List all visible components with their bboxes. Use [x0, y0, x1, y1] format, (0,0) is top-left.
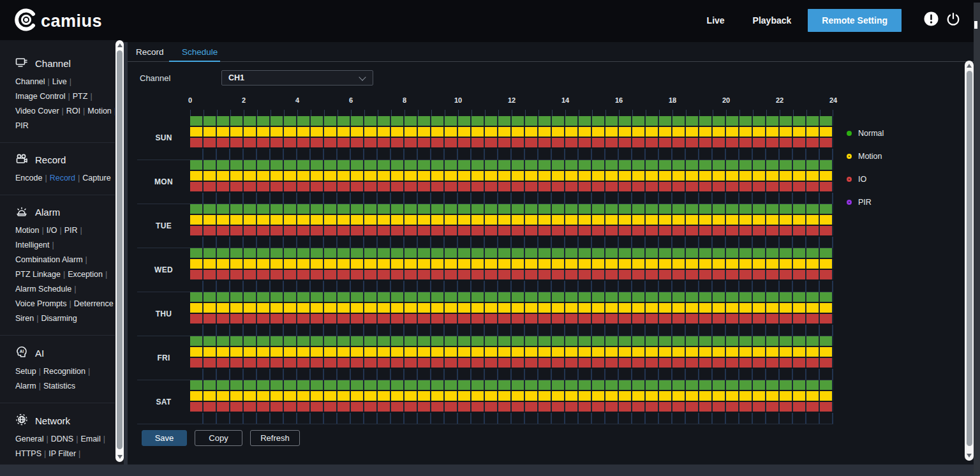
sidebar-item-statistics[interactable]: Statistics: [43, 382, 75, 390]
schedule-track-mon-pir[interactable]: [190, 193, 833, 204]
legend-radio-io[interactable]: IO: [847, 175, 884, 184]
sidebar-item-motion[interactable]: Motion: [15, 226, 40, 235]
sidebar-item-roi[interactable]: ROI: [66, 107, 80, 115]
sidebar-item-ddns[interactable]: DDNS: [51, 435, 73, 443]
schedule-track-thu-io[interactable]: [190, 314, 833, 324]
legend-radio-motion[interactable]: Motion: [847, 152, 884, 161]
main-scrollbar-thumb[interactable]: [967, 71, 972, 446]
schedule-track-wed-motion[interactable]: [190, 259, 833, 269]
sidebar-item-https[interactable]: HTTPS: [15, 449, 41, 458]
sidebar-item-channel[interactable]: Channel: [15, 77, 45, 86]
schedule-track-sat-motion[interactable]: [190, 391, 833, 401]
main-scroll-up-icon[interactable]: [967, 64, 972, 68]
sidebar-item-i-o[interactable]: I/O: [47, 226, 57, 235]
nav-item-playback[interactable]: Playback: [741, 9, 803, 32]
schedule-track-wed-io[interactable]: [190, 270, 833, 279]
sidebar-item-recognition[interactable]: Recognition: [43, 367, 85, 376]
schedule-track-fri-io[interactable]: [190, 358, 833, 368]
schedule-track-tue-normal[interactable]: [190, 204, 833, 214]
sidebar-item-pir[interactable]: PIR: [15, 121, 29, 130]
sidebar-item-live[interactable]: Live: [52, 77, 67, 86]
schedule-track-tue-io[interactable]: [190, 226, 833, 235]
schedule-track-fri-normal[interactable]: [190, 336, 833, 346]
tab-record[interactable]: Record: [136, 47, 164, 57]
sidebar-item-image-control[interactable]: Image Control: [15, 92, 66, 101]
sidebar-item-combination-alarm[interactable]: Combination Alarm: [15, 255, 83, 264]
sidebar-item-email[interactable]: Email: [80, 435, 100, 443]
sidebar-item-encode[interactable]: Encode: [15, 174, 42, 182]
sidebar-item-siren[interactable]: Siren: [15, 314, 34, 323]
sidebar-section-title-channel[interactable]: Channel: [15, 57, 111, 70]
tab-schedule[interactable]: Schedule: [182, 47, 218, 57]
schedule-track-fri-pir[interactable]: [190, 369, 833, 380]
schedule-track-sun-io[interactable]: [190, 138, 833, 147]
day-label-sun: SUN: [137, 116, 190, 160]
channel-select[interactable]: CH1: [221, 70, 373, 86]
sidebar-section-label: Alarm: [35, 207, 60, 218]
alert-icon[interactable]: [923, 11, 939, 29]
item-separator: |: [85, 367, 93, 376]
radio-ring-icon: [847, 154, 852, 159]
schedule-track-sat-normal[interactable]: [190, 380, 833, 390]
sidebar-scrollbar-thumb[interactable]: [117, 50, 122, 449]
schedule-track-sun-motion[interactable]: [190, 127, 833, 137]
sidebar-item-general[interactable]: General: [15, 435, 43, 443]
schedule-track-mon-normal[interactable]: [190, 160, 833, 170]
main-scrollbar[interactable]: [965, 61, 974, 461]
refresh-button[interactable]: Refresh: [250, 430, 300, 446]
copy-button[interactable]: Copy: [195, 430, 242, 446]
sidebar-item-voice-prompts[interactable]: Voice Prompts: [15, 299, 67, 308]
sidebar-item-alarm[interactable]: Alarm: [15, 382, 36, 390]
scroll-up-arrow-icon[interactable]: [117, 43, 122, 47]
schedule-grid[interactable]: 024681012141618202224SUNMONTUEWEDTHUFRIS…: [137, 96, 833, 424]
schedule-track-wed-pir[interactable]: [190, 281, 833, 292]
sidebar-item-setup[interactable]: Setup: [15, 367, 36, 376]
grid-cell-lines: [190, 160, 833, 170]
sidebar-item-voice-assistant[interactable]: Voice Assistant: [15, 464, 69, 465]
schedule-track-fri-motion[interactable]: [190, 347, 833, 357]
schedule-track-tue-pir[interactable]: [190, 237, 833, 248]
schedule-track-mon-motion[interactable]: [190, 171, 833, 181]
sidebar-item-video-cover[interactable]: Video Cover: [15, 107, 59, 115]
sidebar-item-pir[interactable]: PIR: [64, 226, 78, 235]
sidebar-item-record[interactable]: Record: [50, 174, 75, 182]
sidebar-item-alarm-schedule[interactable]: Alarm Schedule: [15, 285, 71, 294]
sidebar-section-title-alarm[interactable]: Alarm: [15, 205, 111, 219]
sidebar-section-title-network[interactable]: Network: [15, 413, 111, 428]
schedule-track-sun-normal[interactable]: [190, 116, 833, 126]
sidebar-item-motion[interactable]: Motion: [87, 107, 112, 115]
top-nav: LivePlaybackRemote Setting: [695, 0, 961, 40]
sidebar-scrollbar[interactable]: [115, 40, 124, 462]
sidebar-item-ptz[interactable]: PTZ: [73, 92, 88, 101]
time-axis-labels: 024681012141618202224: [190, 96, 833, 107]
schedule-track-sun-pir[interactable]: [190, 149, 833, 160]
sidebar-section-title-ai[interactable]: AIAI: [15, 346, 111, 360]
schedule-track-mon-io[interactable]: [190, 182, 833, 191]
schedule-track-thu-normal[interactable]: [190, 292, 833, 302]
schedule-track-thu-pir[interactable]: [190, 325, 833, 336]
sidebar-item-ip-filter[interactable]: IP Filter: [48, 449, 76, 458]
main-scroll-down-icon[interactable]: [967, 454, 972, 457]
schedule-track-wed-normal[interactable]: [190, 248, 833, 258]
save-button[interactable]: Save: [142, 430, 187, 446]
top-header: camius LivePlaybackRemote Setting: [0, 0, 980, 40]
sidebar-item-intelligent[interactable]: Intelligent: [15, 241, 50, 249]
schedule-track-tue-motion[interactable]: [190, 215, 833, 225]
sidebar-item-ptz-linkage[interactable]: PTZ Linkage: [15, 270, 61, 279]
page-scrollbar-notch[interactable]: [974, 21, 977, 29]
sidebar-item-exception[interactable]: Exception: [68, 270, 103, 279]
schedule-track-sat-pir[interactable]: [190, 413, 833, 424]
sidebar-item-disarming[interactable]: Disarming: [41, 314, 77, 323]
sidebar-item-capture[interactable]: Capture: [82, 174, 110, 182]
legend-radio-pir[interactable]: PIR: [847, 198, 884, 207]
nav-item-live[interactable]: Live: [695, 9, 736, 32]
sidebar-section-title-record[interactable]: Record: [15, 153, 111, 167]
scroll-down-arrow-icon[interactable]: [117, 455, 122, 459]
schedule-day-row-tue: TUE: [137, 204, 833, 248]
schedule-track-sat-io[interactable]: [190, 402, 833, 412]
sidebar-item-deterrence[interactable]: Deterrence: [74, 299, 114, 308]
legend-radio-normal[interactable]: Normal: [847, 129, 884, 138]
power-icon[interactable]: [946, 11, 961, 29]
nav-item-remote-setting[interactable]: Remote Setting: [808, 9, 902, 32]
schedule-track-thu-motion[interactable]: [190, 303, 833, 313]
